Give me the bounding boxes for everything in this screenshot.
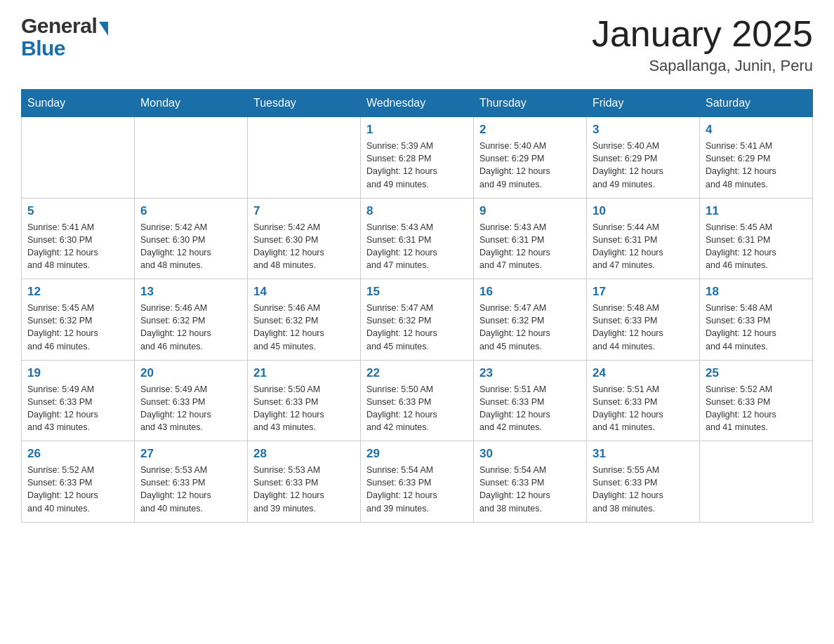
day-info: Sunrise: 5:54 AMSunset: 6:33 PMDaylight:… <box>366 464 468 515</box>
day-info: Sunrise: 5:43 AMSunset: 6:31 PMDaylight:… <box>366 221 468 272</box>
day-number: 12 <box>27 285 128 299</box>
calendar-cell: 7Sunrise: 5:42 AMSunset: 6:30 PMDaylight… <box>248 198 361 279</box>
calendar-cell: 13Sunrise: 5:46 AMSunset: 6:32 PMDayligh… <box>135 279 248 361</box>
day-info: Sunrise: 5:51 AMSunset: 6:33 PMDaylight:… <box>479 383 581 434</box>
calendar-cell: 8Sunrise: 5:43 AMSunset: 6:31 PMDaylight… <box>361 198 474 279</box>
day-info: Sunrise: 5:49 AMSunset: 6:33 PMDaylight:… <box>27 383 128 434</box>
calendar-cell: 15Sunrise: 5:47 AMSunset: 6:32 PMDayligh… <box>361 279 474 361</box>
day-number: 16 <box>479 285 581 299</box>
day-info: Sunrise: 5:46 AMSunset: 6:32 PMDaylight:… <box>253 302 355 353</box>
day-info: Sunrise: 5:40 AMSunset: 6:29 PMDaylight:… <box>593 140 694 191</box>
day-number: 17 <box>593 285 694 299</box>
day-info: Sunrise: 5:42 AMSunset: 6:30 PMDaylight:… <box>253 221 355 272</box>
calendar-week-row: 19Sunrise: 5:49 AMSunset: 6:33 PMDayligh… <box>22 360 813 441</box>
calendar-week-row: 1Sunrise: 5:39 AMSunset: 6:28 PMDaylight… <box>22 117 813 199</box>
calendar-cell <box>700 441 813 523</box>
calendar-cell: 28Sunrise: 5:53 AMSunset: 6:33 PMDayligh… <box>248 441 361 523</box>
day-info: Sunrise: 5:39 AMSunset: 6:28 PMDaylight:… <box>366 140 468 191</box>
day-number: 10 <box>593 204 694 218</box>
calendar-cell: 26Sunrise: 5:52 AMSunset: 6:33 PMDayligh… <box>22 441 135 523</box>
calendar-cell: 25Sunrise: 5:52 AMSunset: 6:33 PMDayligh… <box>700 360 813 441</box>
calendar-cell: 29Sunrise: 5:54 AMSunset: 6:33 PMDayligh… <box>361 441 474 523</box>
day-number: 6 <box>140 204 241 218</box>
day-number: 8 <box>366 204 468 218</box>
day-number: 30 <box>479 447 581 461</box>
weekday-header-saturday: Saturday <box>700 90 813 117</box>
day-number: 26 <box>27 447 128 461</box>
day-number: 7 <box>253 204 355 218</box>
day-info: Sunrise: 5:50 AMSunset: 6:33 PMDaylight:… <box>253 383 355 434</box>
day-info: Sunrise: 5:48 AMSunset: 6:33 PMDaylight:… <box>706 302 807 353</box>
day-number: 25 <box>706 366 807 380</box>
day-number: 20 <box>140 366 241 380</box>
day-info: Sunrise: 5:48 AMSunset: 6:33 PMDaylight:… <box>593 302 694 353</box>
day-info: Sunrise: 5:41 AMSunset: 6:30 PMDaylight:… <box>27 221 128 272</box>
calendar-cell: 17Sunrise: 5:48 AMSunset: 6:33 PMDayligh… <box>587 279 700 361</box>
day-number: 22 <box>366 366 468 380</box>
day-number: 23 <box>479 366 581 380</box>
calendar-cell: 21Sunrise: 5:50 AMSunset: 6:33 PMDayligh… <box>248 360 361 441</box>
location-title: Sapallanga, Junin, Peru <box>592 57 813 75</box>
calendar-cell: 27Sunrise: 5:53 AMSunset: 6:33 PMDayligh… <box>135 441 248 523</box>
day-number: 27 <box>140 447 241 461</box>
day-info: Sunrise: 5:53 AMSunset: 6:33 PMDaylight:… <box>253 464 355 515</box>
day-info: Sunrise: 5:45 AMSunset: 6:32 PMDaylight:… <box>27 302 128 353</box>
calendar-cell: 1Sunrise: 5:39 AMSunset: 6:28 PMDaylight… <box>361 117 474 199</box>
calendar-cell: 18Sunrise: 5:48 AMSunset: 6:33 PMDayligh… <box>700 279 813 361</box>
logo-triangle-icon <box>99 22 108 36</box>
day-info: Sunrise: 5:47 AMSunset: 6:32 PMDaylight:… <box>366 302 468 353</box>
day-info: Sunrise: 5:47 AMSunset: 6:32 PMDaylight:… <box>479 302 581 353</box>
weekday-header-wednesday: Wednesday <box>361 90 474 117</box>
day-number: 29 <box>366 447 468 461</box>
calendar-cell: 12Sunrise: 5:45 AMSunset: 6:32 PMDayligh… <box>22 279 135 361</box>
weekday-header-row: SundayMondayTuesdayWednesdayThursdayFrid… <box>22 90 813 117</box>
day-number: 5 <box>27 204 128 218</box>
calendar-cell: 20Sunrise: 5:49 AMSunset: 6:33 PMDayligh… <box>135 360 248 441</box>
day-info: Sunrise: 5:45 AMSunset: 6:31 PMDaylight:… <box>706 221 807 272</box>
day-number: 15 <box>366 285 468 299</box>
day-info: Sunrise: 5:52 AMSunset: 6:33 PMDaylight:… <box>706 383 807 434</box>
calendar-cell: 31Sunrise: 5:55 AMSunset: 6:33 PMDayligh… <box>587 441 700 523</box>
day-number: 9 <box>479 204 581 218</box>
month-title: January 2025 <box>592 14 813 54</box>
calendar-week-row: 12Sunrise: 5:45 AMSunset: 6:32 PMDayligh… <box>22 279 813 361</box>
day-info: Sunrise: 5:44 AMSunset: 6:31 PMDaylight:… <box>593 221 694 272</box>
day-info: Sunrise: 5:53 AMSunset: 6:33 PMDaylight:… <box>140 464 241 515</box>
title-area: January 2025 Sapallanga, Junin, Peru <box>592 14 813 75</box>
calendar-cell: 5Sunrise: 5:41 AMSunset: 6:30 PMDaylight… <box>22 198 135 279</box>
day-number: 18 <box>706 285 807 299</box>
weekday-header-tuesday: Tuesday <box>248 90 361 117</box>
calendar-cell: 30Sunrise: 5:54 AMSunset: 6:33 PMDayligh… <box>474 441 587 523</box>
day-number: 21 <box>253 366 355 380</box>
calendar-cell: 10Sunrise: 5:44 AMSunset: 6:31 PMDayligh… <box>587 198 700 279</box>
day-info: Sunrise: 5:40 AMSunset: 6:29 PMDaylight:… <box>479 140 581 191</box>
calendar-cell: 6Sunrise: 5:42 AMSunset: 6:30 PMDaylight… <box>135 198 248 279</box>
day-number: 28 <box>253 447 355 461</box>
day-info: Sunrise: 5:51 AMSunset: 6:33 PMDaylight:… <box>593 383 694 434</box>
day-info: Sunrise: 5:50 AMSunset: 6:33 PMDaylight:… <box>366 383 468 434</box>
calendar-cell: 2Sunrise: 5:40 AMSunset: 6:29 PMDaylight… <box>474 117 587 199</box>
calendar-cell: 14Sunrise: 5:46 AMSunset: 6:32 PMDayligh… <box>248 279 361 361</box>
day-number: 4 <box>706 123 807 137</box>
calendar-cell: 19Sunrise: 5:49 AMSunset: 6:33 PMDayligh… <box>22 360 135 441</box>
day-number: 13 <box>140 285 241 299</box>
day-info: Sunrise: 5:49 AMSunset: 6:33 PMDaylight:… <box>140 383 241 434</box>
weekday-header-friday: Friday <box>587 90 700 117</box>
calendar-cell <box>22 117 135 199</box>
day-number: 24 <box>593 366 694 380</box>
day-number: 3 <box>593 123 694 137</box>
calendar-cell: 22Sunrise: 5:50 AMSunset: 6:33 PMDayligh… <box>361 360 474 441</box>
day-info: Sunrise: 5:55 AMSunset: 6:33 PMDaylight:… <box>593 464 694 515</box>
calendar-cell: 24Sunrise: 5:51 AMSunset: 6:33 PMDayligh… <box>587 360 700 441</box>
day-info: Sunrise: 5:46 AMSunset: 6:32 PMDaylight:… <box>140 302 241 353</box>
weekday-header-monday: Monday <box>135 90 248 117</box>
calendar-cell: 23Sunrise: 5:51 AMSunset: 6:33 PMDayligh… <box>474 360 587 441</box>
calendar-cell: 3Sunrise: 5:40 AMSunset: 6:29 PMDaylight… <box>587 117 700 199</box>
calendar-week-row: 5Sunrise: 5:41 AMSunset: 6:30 PMDaylight… <box>22 198 813 279</box>
calendar-cell: 11Sunrise: 5:45 AMSunset: 6:31 PMDayligh… <box>700 198 813 279</box>
calendar-cell <box>135 117 248 199</box>
page-header: General Blue January 2025 Sapallanga, Ju… <box>21 14 813 75</box>
day-info: Sunrise: 5:42 AMSunset: 6:30 PMDaylight:… <box>140 221 241 272</box>
day-number: 11 <box>706 204 807 218</box>
weekday-header-thursday: Thursday <box>474 90 587 117</box>
